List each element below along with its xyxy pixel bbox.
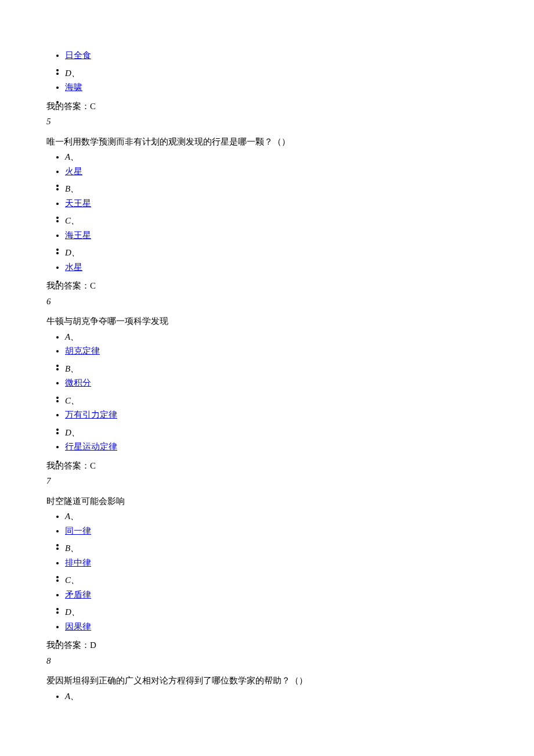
option-letter-a: A、: [65, 510, 488, 523]
option-letter-c: C、: [65, 214, 488, 228]
option-item: 矛盾律: [65, 588, 488, 602]
option-item: 水星: [65, 261, 488, 274]
option-item: 排中律: [65, 556, 488, 570]
option-item: 胡克定律: [65, 344, 488, 358]
blank-item: [65, 243, 488, 245]
option-item: 海王星: [65, 229, 488, 242]
option-link-b[interactable]: 排中律: [65, 558, 91, 567]
option-link-c[interactable]: 矛盾律: [65, 590, 91, 599]
option-letter-d: D、: [65, 246, 488, 260]
option-link-a[interactable]: 同一律: [65, 526, 91, 535]
question-text: 牛顿与胡克争夺哪一项科学发现: [46, 315, 488, 328]
option-letter-c: C、: [65, 394, 488, 408]
option-item: 同一律: [65, 524, 488, 538]
q7-options-list: A、 同一律 B、 排中律 C、 矛盾律 D、 因果律: [46, 510, 488, 636]
option-item: 天王星: [65, 197, 488, 210]
option-link-b[interactable]: 天王星: [65, 199, 91, 208]
question-text: 爱因斯坦得到正确的广义相对论方程得到了哪位数学家的帮助？（）: [46, 674, 488, 687]
option-item: 行星运动定律: [65, 440, 488, 453]
option-link-c[interactable]: 日全食: [65, 51, 91, 60]
blank-item: [65, 570, 488, 573]
my-answer: 我的答案：D: [46, 639, 488, 652]
blank-item: [65, 391, 488, 393]
blank-item: [65, 634, 488, 636]
question-number: 7: [46, 474, 488, 488]
blank-item: [65, 455, 488, 457]
option-link-c[interactable]: 万有引力定律: [65, 410, 117, 419]
option-link-a[interactable]: 火星: [65, 167, 82, 176]
question-text: 唯一利用数学预测而非有计划的观测发现的行星是哪一颗？（）: [46, 135, 488, 149]
my-answer: 我的答案：C: [46, 279, 488, 293]
option-letter-a: A、: [65, 690, 488, 703]
my-answer: 我的答案：C: [46, 100, 488, 113]
option-item: 万有引力定律: [65, 408, 488, 422]
option-item: 火星: [65, 165, 488, 178]
blank-item: [65, 95, 488, 98]
option-item: 日全食: [65, 49, 488, 62]
option-item: 微积分: [65, 376, 488, 390]
option-link-c[interactable]: 海王星: [65, 231, 91, 240]
option-item: 海啸: [65, 81, 488, 94]
question-number: 5: [46, 115, 488, 128]
blank-item: [65, 359, 488, 361]
blank-item: [65, 211, 488, 213]
blank-item: [65, 63, 488, 66]
option-link-b[interactable]: 微积分: [65, 378, 91, 387]
option-item: 因果律: [65, 620, 488, 633]
option-letter-c: C、: [65, 574, 488, 587]
option-link-a[interactable]: 胡克定律: [65, 346, 100, 355]
question-number: 6: [46, 295, 488, 308]
option-link-d[interactable]: 行星运动定律: [65, 442, 117, 451]
option-letter-a: A、: [65, 330, 488, 344]
option-letter-b: B、: [65, 542, 488, 555]
blank-item: [65, 179, 488, 181]
blank-item: [65, 538, 488, 541]
option-letter-b: B、: [65, 362, 488, 376]
my-answer: 我的答案：C: [46, 459, 488, 473]
option-letter-d: D、: [65, 606, 488, 619]
q8-options-list: A、: [46, 690, 488, 703]
question-number: 8: [46, 654, 488, 668]
option-letter-a: A、: [65, 150, 488, 164]
option-letter-d: D、: [65, 426, 488, 440]
blank-item: [65, 602, 488, 604]
option-link-d[interactable]: 因果律: [65, 622, 91, 631]
question-text: 时空隧道可能会影响: [46, 495, 488, 508]
option-letter-d: D、: [65, 67, 488, 80]
option-link-d[interactable]: 水星: [65, 262, 82, 272]
option-letter-b: B、: [65, 182, 488, 196]
blank-item: [65, 423, 488, 425]
q6-options-list: A、 胡克定律 B、 微积分 C、 万有引力定律 D、 行星运动定律: [46, 330, 488, 457]
top-options-list: 日全食 D、 海啸: [46, 49, 488, 98]
option-link-d[interactable]: 海啸: [65, 82, 82, 92]
q5-options-list: A、 火星 B、 天王星 C、 海王星 D、 水星: [46, 150, 488, 277]
blank-item: [65, 275, 488, 277]
